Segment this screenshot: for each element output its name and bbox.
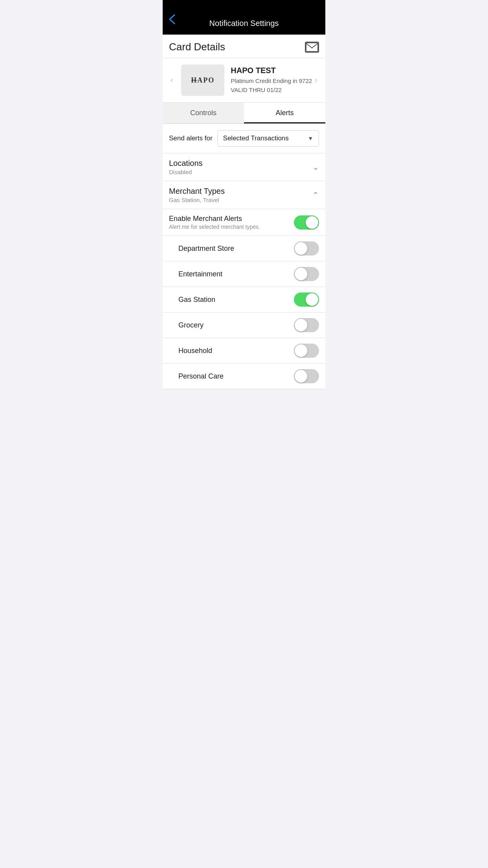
merchant-toggle-department-store[interactable] <box>294 241 319 256</box>
card-next-button[interactable]: › <box>313 75 319 85</box>
merchant-toggle-household[interactable] <box>294 344 319 358</box>
back-button[interactable] <box>169 10 175 24</box>
merchant-types-section[interactable]: Merchant Types Gas Station, Travel ⌃ <box>163 181 325 209</box>
card-details-header: Card Details <box>163 35 325 58</box>
merchant-toggle-entertainment[interactable] <box>294 267 319 281</box>
merchant-types-title-group: Merchant Types Gas Station, Travel <box>169 187 312 203</box>
merchant-types-title: Merchant Types <box>169 187 312 196</box>
mail-icon-button[interactable] <box>305 42 319 53</box>
merchant-toggle-gas-station[interactable] <box>294 292 319 307</box>
merchant-item-department-store: Department Store <box>163 236 325 261</box>
toggle-knob <box>295 268 307 280</box>
enable-merchant-alerts-sublabel: Alert me for selected merchant types. <box>169 224 294 230</box>
locations-chevron-down-icon: ⌄ <box>312 162 319 172</box>
card-logo: HAPO <box>181 64 224 96</box>
app-header: Notification Settings <box>163 0 325 35</box>
merchant-label-grocery: Grocery <box>178 321 204 329</box>
send-alerts-dropdown[interactable]: Selected Transactions ▼ <box>217 130 319 147</box>
toggle-knob <box>295 242 307 255</box>
merchant-item-entertainment: Entertainment <box>163 261 325 287</box>
card-prev-button[interactable]: ‹ <box>169 75 175 85</box>
merchant-item-gas-station: Gas Station <box>163 287 325 313</box>
svg-rect-0 <box>306 43 318 51</box>
send-alerts-row: Send alerts for Selected Transactions ▼ <box>163 124 325 153</box>
merchant-label-gas-station: Gas Station <box>178 296 215 304</box>
merchant-label-department-store: Department Store <box>178 245 234 253</box>
tab-controls[interactable]: Controls <box>163 103 244 123</box>
merchant-item-household: Household <box>163 338 325 364</box>
hapo-logo-text: HAPO <box>191 76 215 85</box>
locations-subtitle: Disabled <box>169 169 312 175</box>
card-name: HAPO TEST <box>231 66 313 75</box>
merchant-label-entertainment: Entertainment <box>178 270 222 278</box>
dropdown-selected-value: Selected Transactions <box>223 134 289 142</box>
toggle-knob <box>295 344 307 357</box>
toggle-knob <box>306 293 318 306</box>
send-alerts-label: Send alerts for <box>169 134 213 142</box>
enable-merchant-alerts-toggle[interactable] <box>294 215 319 230</box>
card-details-title: Card Details <box>169 41 225 53</box>
merchant-toggle-grocery[interactable] <box>294 318 319 332</box>
tab-alerts[interactable]: Alerts <box>244 103 325 123</box>
merchant-types-subtitle: Gas Station, Travel <box>169 197 312 203</box>
enable-merchant-alerts-row: Enable Merchant Alerts Alert me for sele… <box>163 209 325 236</box>
locations-section[interactable]: Locations Disabled ⌄ <box>163 153 325 181</box>
enable-merchant-alerts-label: Enable Merchant Alerts <box>169 215 294 223</box>
page-title: Notification Settings <box>209 15 279 28</box>
card-info-row: ‹ HAPO HAPO TEST Platinum Credit Ending … <box>163 58 325 103</box>
merchant-label-personal-care: Personal Care <box>178 372 224 381</box>
merchant-types-chevron-up-icon: ⌃ <box>312 190 319 200</box>
merchant-label-household: Household <box>178 347 212 355</box>
enable-merchant-alerts-label-group: Enable Merchant Alerts Alert me for sele… <box>169 215 294 230</box>
toggle-knob <box>306 216 318 229</box>
card-info-text: HAPO TEST Platinum Credit Ending in 9722… <box>231 66 313 94</box>
merchant-item-grocery: Grocery <box>163 313 325 338</box>
merchant-item-personal-care: Personal Care <box>163 364 325 389</box>
dropdown-arrow-icon: ▼ <box>308 135 313 142</box>
locations-title: Locations <box>169 159 312 168</box>
merchant-toggle-personal-care[interactable] <box>294 369 319 383</box>
toggle-knob <box>295 319 307 331</box>
toggle-knob <box>295 370 307 383</box>
card-subtitle: Platinum Credit Ending in 9722 VALID THR… <box>231 77 313 94</box>
tab-bar: Controls Alerts <box>163 103 325 124</box>
locations-title-group: Locations Disabled <box>169 159 312 175</box>
